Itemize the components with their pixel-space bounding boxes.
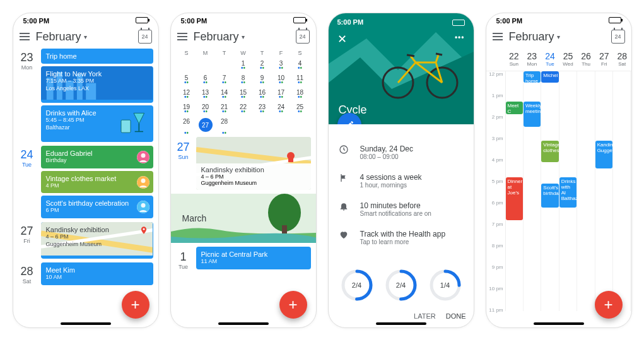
week-day-header[interactable]: 28Sat [613,51,631,67]
month-day-cell[interactable] [291,115,310,137]
status-time: 5:00 PM [23,17,50,25]
month-day-cell[interactable]: 3•• [272,57,291,72]
week-event[interactable]: Meet C [506,102,523,114]
today-icon[interactable]: 24 [138,30,152,44]
done-button[interactable]: DONE [446,312,466,320]
month-day-cell[interactable]: 23•• [253,101,272,115]
progress-ring: 2/4 [340,268,374,302]
week-day-header[interactable]: 26Thu [577,51,595,67]
week-day-header[interactable]: 24Tue [541,51,559,67]
week-event[interactable]: Michel [541,71,558,83]
month-day-cell[interactable] [234,115,253,137]
fab-add-button[interactable]: + [595,291,623,319]
event-card[interactable]: Drinks with Alice5:45 – 8:45 PMBalthazar [41,105,153,142]
week-content: 22Sun23Mon24Tue25Wed26Thu27Fri28Sat 12 p… [486,49,631,327]
month-day-cell[interactable] [196,57,215,72]
month-picker[interactable]: February ▾ [36,30,132,44]
month-day-cell[interactable]: 8•• [234,72,253,86]
month-day-cell[interactable] [215,57,234,72]
event-card[interactable]: Kandinsky exhibition4 – 6 PMGuggenheim M… [41,222,153,259]
week-grid[interactable]: 12 pm1 pm2 pm3 pm4 pm5 pm6 pm7 pm8 pm9 p… [486,71,631,311]
month-day-cell[interactable]: 20•• [196,101,215,115]
week-day-header[interactable]: 22Sun [505,51,524,67]
today-icon[interactable]: 24 [611,30,625,44]
heart-icon [339,230,350,242]
month-picker[interactable]: February ▾ [194,30,290,44]
svg-line-26 [407,55,414,56]
home-indicator [61,322,111,325]
fab-add-button[interactable]: + [279,291,307,319]
event-card-map[interactable]: Kandinsky exhibition 4 – 6 PM Guggenheim… [196,137,311,190]
month-day-cell[interactable]: 26•• [177,115,196,137]
today-icon[interactable]: 24 [296,30,310,44]
week-event[interactable]: Scott's birthday [541,184,558,208]
menu-icon[interactable] [493,33,503,40]
month-day-cell[interactable] [253,115,272,137]
detail-row[interactable]: Track with the Health appTap to learn mo… [329,223,474,252]
month-day-cell[interactable]: 19•• [177,101,196,115]
month-day-cell[interactable]: 7•• [215,72,234,86]
week-day-header[interactable]: 27Fri [595,51,613,67]
week-event[interactable]: Vintage clothes [541,141,558,162]
month-day-cell[interactable] [177,57,196,72]
month-day-cell[interactable]: 21•• [215,101,234,115]
avatar [137,176,149,189]
more-icon[interactable]: ••• [455,33,465,42]
battery-icon [609,17,621,23]
later-button[interactable]: LATER [414,312,436,320]
status-bar: 5:00 PM [171,13,316,26]
week-events-area[interactable]: Trip homeMichelMeet CWeekly meetingVinta… [505,71,631,311]
month-day-cell[interactable] [272,115,291,137]
month-day-cell[interactable]: 10•• [272,72,291,86]
week-event[interactable]: Kandinsky Guggeh [595,141,612,168]
month-day-cell[interactable]: 2•• [253,57,272,72]
menu-icon[interactable] [20,33,30,40]
phone-event-detail: 5:00 PM ✕ ••• Cycle Sunday, 24 Dec08:00 … [328,13,474,328]
event-card[interactable]: Flight to New York7:15 AM – 3:35 PMLos A… [41,66,153,103]
app-bar: February ▾ 24 [171,26,316,49]
month-grid[interactable]: SMTWTFS1••2••3••4••5••6••7••8••9••10••11… [171,49,316,137]
month-day-cell[interactable]: 28•• [215,115,234,137]
week-event[interactable]: Weekly meeting [524,102,541,127]
month-day-cell[interactable]: 25•• [291,101,310,115]
month-day-cell[interactable]: 14•• [215,86,234,101]
week-event[interactable]: Dinner at Joe's [506,177,523,220]
month-day-cell[interactable]: 24•• [272,101,291,115]
month-day-cell[interactable]: 9•• [253,72,272,86]
event-card[interactable]: Vintage clothes market4 PM [41,171,153,194]
menu-icon[interactable] [177,33,187,40]
week-day-header[interactable]: 23Mon [523,51,541,67]
event-card[interactable]: Trip home [41,49,153,64]
day-header: 27Fri [13,222,41,262]
detail-row[interactable]: Sunday, 24 Dec08:00 – 09:00 [329,138,474,167]
close-icon[interactable]: ✕ [337,32,347,46]
month-day-cell[interactable]: 5•• [177,72,196,86]
month-day-cell[interactable]: 1•• [234,57,253,72]
detail-row[interactable]: 10 minutes beforeSmart notifications are… [329,195,474,223]
chevron-down-icon: ▾ [242,33,245,40]
month-day-cell[interactable]: 12•• [177,86,196,101]
month-day-cell[interactable]: 6•• [196,72,215,86]
month-day-cell[interactable]: 22•• [234,101,253,115]
week-event[interactable]: Drinks with Al Balthaz [559,177,577,208]
event-card[interactable]: Eduard GabrielBirthday [41,146,153,168]
detail-row[interactable]: 4 sessions a week1 hour, mornings [329,167,474,195]
week-event[interactable]: Trip home [524,71,541,83]
month-day-cell[interactable]: 18•• [291,86,310,101]
month-day-cell[interactable]: 16•• [253,86,272,101]
month-day-cell[interactable]: 15•• [234,86,253,101]
event-card[interactable]: Picnic at Central Park 11 AM [196,247,311,269]
agenda-list[interactable]: 23MonTrip homeFlight to New York7:15 AM … [13,49,158,327]
fab-add-button[interactable]: + [122,291,149,319]
month-day-cell[interactable]: 27 [199,118,213,132]
month-day-cell[interactable]: 11•• [291,72,310,86]
week-day-header[interactable]: 25Wed [559,51,577,67]
event-card[interactable]: Meet Kim10 AM [41,262,153,285]
month-day-cell[interactable]: 17•• [272,86,291,101]
event-card[interactable]: Scott's birthday celebration6 PM [41,196,153,218]
month-day-cell[interactable]: 4•• [291,57,310,72]
month-picker[interactable]: February ▾ [509,30,605,44]
week-day-headers[interactable]: 22Sun23Mon24Tue25Wed26Thu27Fri28Sat [486,49,631,71]
status-bar: 5:00 PM [486,13,631,26]
month-day-cell[interactable]: 13•• [196,86,215,101]
